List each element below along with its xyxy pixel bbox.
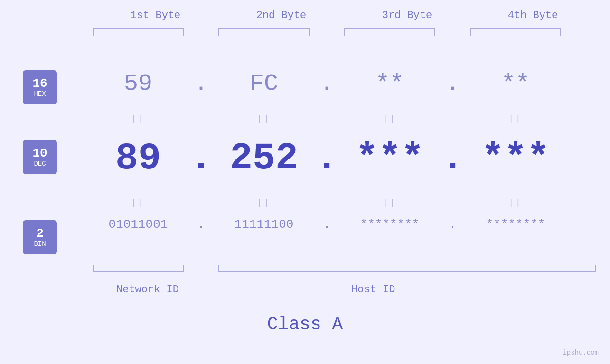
hex-dot-2: .: [310, 70, 344, 97]
host-id-label: Host ID: [351, 284, 395, 296]
badge-bin-num: 2: [36, 227, 44, 241]
hex-val-4: **: [470, 70, 561, 97]
top-bracket-3: [344, 28, 435, 36]
badge-hex: 16 HEX: [23, 70, 57, 104]
bin-dot-2: .: [310, 217, 344, 232]
byte-label-3: 3rd Byte: [344, 9, 470, 21]
dec-dot-1: .: [184, 137, 218, 180]
badge-bin: 2 BIN: [23, 220, 57, 254]
eq-2-3: ||: [344, 198, 435, 208]
eq-2-2: ||: [218, 198, 310, 208]
badge-dec-text: DEC: [34, 160, 46, 168]
watermark: ipshu.com: [563, 349, 599, 356]
equals-row-1: || || || ||: [93, 114, 596, 123]
byte-label-1: 1st Byte: [93, 9, 218, 21]
hex-dot-1: .: [184, 70, 218, 97]
network-bracket: [93, 265, 184, 272]
top-bracket-1: [93, 28, 184, 36]
eq-2-1: ||: [93, 198, 184, 208]
bin-val-2: 11111100: [218, 217, 310, 232]
byte-label-2: 2nd Byte: [218, 9, 344, 21]
dec-val-4: ***: [470, 137, 561, 180]
dec-val-2: 252: [218, 137, 310, 180]
eq-1-2: ||: [218, 114, 310, 123]
badge-bin-text: BIN: [34, 240, 46, 248]
hex-values-row: 59 . FC . ** . **: [93, 70, 596, 97]
class-divider-line: [93, 308, 596, 308]
hex-val-3: **: [344, 70, 435, 97]
top-bracket-2: [218, 28, 310, 36]
hex-val-1: 59: [93, 70, 184, 97]
hex-dot-3: .: [435, 70, 470, 97]
bottom-brackets: [93, 265, 596, 272]
dec-dot-2: .: [310, 137, 344, 180]
bin-values-row: 01011001 . 11111100 . ******** . *******…: [93, 217, 596, 232]
bin-val-1: 01011001: [93, 217, 184, 232]
dec-dot-3: .: [435, 137, 470, 180]
host-bracket: [218, 265, 596, 272]
eq-1-1: ||: [93, 114, 184, 123]
network-id-label: Network ID: [116, 284, 179, 296]
bin-dot-3: .: [435, 217, 470, 232]
badge-dec: 10 DEC: [23, 140, 57, 174]
equals-row-2: || || || ||: [93, 198, 596, 208]
eq-2-4: ||: [470, 198, 561, 208]
dec-val-3: ***: [344, 137, 435, 180]
hex-val-2: FC: [218, 70, 310, 97]
badge-hex-text: HEX: [34, 90, 46, 98]
bin-dot-1: .: [184, 217, 218, 232]
eq-1-3: ||: [344, 114, 435, 123]
badge-hex-num: 16: [32, 77, 47, 91]
top-bracket-4: [470, 28, 561, 36]
byte-label-4: 4th Byte: [470, 9, 596, 21]
badge-dec-num: 10: [32, 147, 47, 160]
bin-val-4: ********: [470, 217, 561, 232]
dec-val-1: 89: [93, 137, 184, 180]
class-a-label: Class A: [0, 314, 610, 335]
eq-1-4: ||: [470, 114, 561, 123]
dec-values-row: 89 . 252 . *** . ***: [93, 137, 596, 180]
bin-val-3: ********: [344, 217, 435, 232]
